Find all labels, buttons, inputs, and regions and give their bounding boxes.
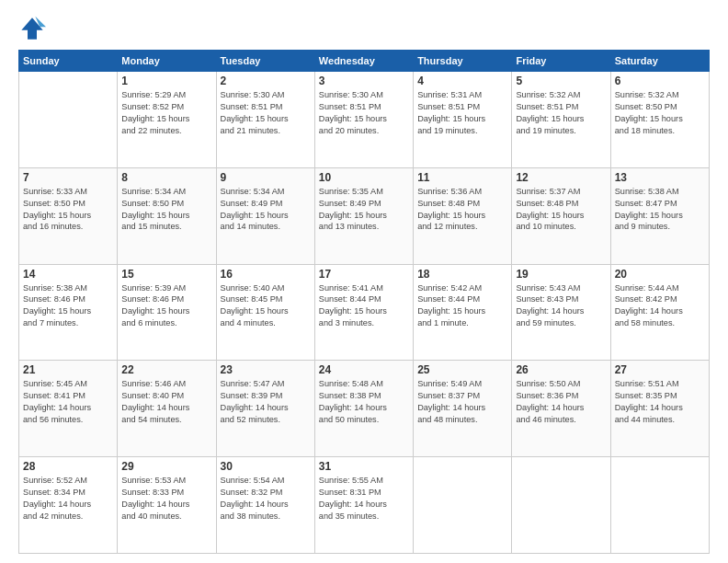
day-number: 5 — [516, 75, 606, 87]
day-info: Sunrise: 5:39 AM Sunset: 8:46 PM Dayligh… — [121, 282, 211, 330]
day-number: 20 — [615, 268, 705, 281]
day-number: 23 — [221, 363, 311, 376]
calendar-cell: 17Sunrise: 5:41 AM Sunset: 8:44 PM Dayli… — [314, 264, 413, 361]
day-info: Sunrise: 5:30 AM Sunset: 8:51 PM Dayligh… — [319, 89, 409, 137]
page: SundayMondayTuesdayWednesdayThursdayFrid… — [0, 0, 728, 563]
calendar-cell: 6Sunrise: 5:32 AM Sunset: 8:50 PM Daylig… — [610, 72, 709, 168]
day-info: Sunrise: 5:35 AM Sunset: 8:49 PM Dayligh… — [319, 186, 409, 234]
calendar-cell: 25Sunrise: 5:49 AM Sunset: 8:37 PM Dayli… — [414, 361, 512, 457]
calendar-cell: 31Sunrise: 5:55 AM Sunset: 8:31 PM Dayli… — [314, 457, 413, 554]
day-number: 6 — [615, 75, 705, 87]
day-info: Sunrise: 5:33 AM Sunset: 8:50 PM Dayligh… — [23, 186, 113, 234]
calendar-week-4: 21Sunrise: 5:45 AM Sunset: 8:41 PM Dayli… — [19, 361, 710, 457]
calendar-cell: 3Sunrise: 5:30 AM Sunset: 8:51 PM Daylig… — [314, 72, 413, 168]
calendar-cell: 2Sunrise: 5:30 AM Sunset: 8:51 PM Daylig… — [216, 72, 314, 168]
calendar-week-1: 1Sunrise: 5:29 AM Sunset: 8:52 PM Daylig… — [19, 72, 710, 168]
calendar-cell: 26Sunrise: 5:50 AM Sunset: 8:36 PM Dayli… — [512, 361, 610, 457]
day-info: Sunrise: 5:51 AM Sunset: 8:35 PM Dayligh… — [615, 378, 705, 426]
day-info: Sunrise: 5:32 AM Sunset: 8:51 PM Dayligh… — [516, 89, 606, 137]
day-info: Sunrise: 5:34 AM Sunset: 8:50 PM Dayligh… — [121, 186, 211, 234]
day-info: Sunrise: 5:46 AM Sunset: 8:40 PM Dayligh… — [121, 378, 211, 426]
calendar-cell — [512, 457, 610, 554]
col-header-sunday: Sunday — [19, 51, 118, 72]
day-number: 1 — [121, 75, 211, 87]
day-info: Sunrise: 5:50 AM Sunset: 8:36 PM Dayligh… — [516, 378, 606, 426]
day-info: Sunrise: 5:45 AM Sunset: 8:41 PM Dayligh… — [23, 378, 113, 426]
calendar-cell: 21Sunrise: 5:45 AM Sunset: 8:41 PM Dayli… — [19, 361, 118, 457]
day-number: 13 — [615, 171, 705, 184]
calendar-cell — [414, 457, 512, 554]
logo — [18, 15, 50, 42]
calendar-cell: 11Sunrise: 5:36 AM Sunset: 8:48 PM Dayli… — [414, 167, 512, 264]
day-number: 22 — [121, 363, 211, 376]
calendar-cell: 30Sunrise: 5:54 AM Sunset: 8:32 PM Dayli… — [216, 457, 314, 554]
calendar-cell: 12Sunrise: 5:37 AM Sunset: 8:48 PM Dayli… — [512, 167, 610, 264]
col-header-monday: Monday — [118, 51, 216, 72]
calendar-table: SundayMondayTuesdayWednesdayThursdayFrid… — [18, 50, 710, 554]
calendar-cell: 18Sunrise: 5:42 AM Sunset: 8:44 PM Dayli… — [414, 264, 512, 361]
day-info: Sunrise: 5:31 AM Sunset: 8:51 PM Dayligh… — [417, 89, 507, 137]
day-number: 10 — [319, 171, 409, 184]
calendar-cell: 10Sunrise: 5:35 AM Sunset: 8:49 PM Dayli… — [314, 167, 413, 264]
day-number: 18 — [417, 268, 507, 281]
day-number: 7 — [23, 171, 113, 184]
day-info: Sunrise: 5:53 AM Sunset: 8:33 PM Dayligh… — [121, 475, 211, 523]
calendar-header-row: SundayMondayTuesdayWednesdayThursdayFrid… — [19, 51, 710, 72]
calendar-week-3: 14Sunrise: 5:38 AM Sunset: 8:46 PM Dayli… — [19, 264, 710, 361]
calendar-cell: 7Sunrise: 5:33 AM Sunset: 8:50 PM Daylig… — [19, 167, 118, 264]
day-info: Sunrise: 5:55 AM Sunset: 8:31 PM Dayligh… — [319, 475, 409, 523]
calendar-week-5: 28Sunrise: 5:52 AM Sunset: 8:34 PM Dayli… — [19, 457, 710, 554]
calendar-cell — [610, 457, 709, 554]
calendar-cell: 24Sunrise: 5:48 AM Sunset: 8:38 PM Dayli… — [314, 361, 413, 457]
day-info: Sunrise: 5:43 AM Sunset: 8:43 PM Dayligh… — [516, 282, 606, 330]
day-number: 11 — [417, 171, 507, 184]
col-header-saturday: Saturday — [610, 51, 709, 72]
day-info: Sunrise: 5:34 AM Sunset: 8:49 PM Dayligh… — [221, 186, 311, 234]
calendar-week-2: 7Sunrise: 5:33 AM Sunset: 8:50 PM Daylig… — [19, 167, 710, 264]
day-number: 27 — [615, 363, 705, 376]
day-number: 4 — [417, 75, 507, 87]
calendar-cell: 9Sunrise: 5:34 AM Sunset: 8:49 PM Daylig… — [216, 167, 314, 264]
day-number: 17 — [319, 268, 409, 281]
calendar-cell: 1Sunrise: 5:29 AM Sunset: 8:52 PM Daylig… — [118, 72, 216, 168]
calendar-cell: 8Sunrise: 5:34 AM Sunset: 8:50 PM Daylig… — [118, 167, 216, 264]
day-number: 2 — [221, 75, 311, 87]
day-number: 14 — [23, 268, 113, 281]
day-number: 12 — [516, 171, 606, 184]
calendar-cell: 28Sunrise: 5:52 AM Sunset: 8:34 PM Dayli… — [19, 457, 118, 554]
calendar-cell: 19Sunrise: 5:43 AM Sunset: 8:43 PM Dayli… — [512, 264, 610, 361]
day-info: Sunrise: 5:36 AM Sunset: 8:48 PM Dayligh… — [417, 186, 507, 234]
day-number: 25 — [417, 363, 507, 376]
day-info: Sunrise: 5:42 AM Sunset: 8:44 PM Dayligh… — [417, 282, 507, 330]
day-number: 8 — [121, 171, 211, 184]
day-number: 24 — [319, 363, 409, 376]
day-number: 29 — [121, 460, 211, 473]
calendar-cell: 22Sunrise: 5:46 AM Sunset: 8:40 PM Dayli… — [118, 361, 216, 457]
day-number: 15 — [121, 268, 211, 281]
calendar-cell — [19, 72, 118, 168]
calendar-cell: 20Sunrise: 5:44 AM Sunset: 8:42 PM Dayli… — [610, 264, 709, 361]
day-info: Sunrise: 5:52 AM Sunset: 8:34 PM Dayligh… — [23, 475, 113, 523]
day-info: Sunrise: 5:47 AM Sunset: 8:39 PM Dayligh… — [221, 378, 311, 426]
day-info: Sunrise: 5:29 AM Sunset: 8:52 PM Dayligh… — [121, 89, 211, 137]
day-number: 19 — [516, 268, 606, 281]
day-info: Sunrise: 5:54 AM Sunset: 8:32 PM Dayligh… — [221, 475, 311, 523]
day-info: Sunrise: 5:44 AM Sunset: 8:42 PM Dayligh… — [615, 282, 705, 330]
day-info: Sunrise: 5:30 AM Sunset: 8:51 PM Dayligh… — [221, 89, 311, 137]
day-info: Sunrise: 5:48 AM Sunset: 8:38 PM Dayligh… — [319, 378, 409, 426]
day-number: 26 — [516, 363, 606, 376]
day-info: Sunrise: 5:38 AM Sunset: 8:46 PM Dayligh… — [23, 282, 113, 330]
calendar-cell: 14Sunrise: 5:38 AM Sunset: 8:46 PM Dayli… — [19, 264, 118, 361]
col-header-thursday: Thursday — [414, 51, 512, 72]
day-info: Sunrise: 5:40 AM Sunset: 8:45 PM Dayligh… — [221, 282, 311, 330]
day-info: Sunrise: 5:38 AM Sunset: 8:47 PM Dayligh… — [615, 186, 705, 234]
day-number: 28 — [23, 460, 113, 473]
calendar-cell: 4Sunrise: 5:31 AM Sunset: 8:51 PM Daylig… — [414, 72, 512, 168]
calendar-cell: 27Sunrise: 5:51 AM Sunset: 8:35 PM Dayli… — [610, 361, 709, 457]
day-info: Sunrise: 5:37 AM Sunset: 8:48 PM Dayligh… — [516, 186, 606, 234]
calendar-cell: 23Sunrise: 5:47 AM Sunset: 8:39 PM Dayli… — [216, 361, 314, 457]
col-header-friday: Friday — [512, 51, 610, 72]
col-header-wednesday: Wednesday — [314, 51, 413, 72]
day-number: 21 — [23, 363, 113, 376]
day-number: 30 — [221, 460, 311, 473]
